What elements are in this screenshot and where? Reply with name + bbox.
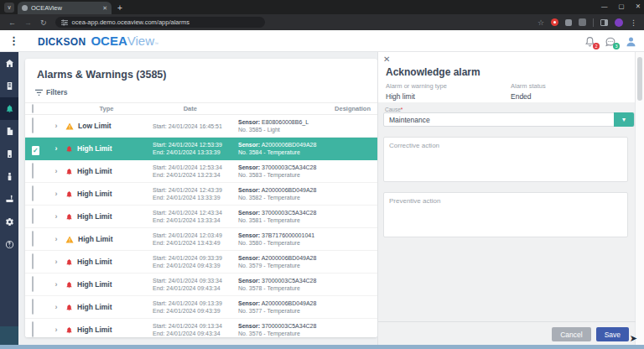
browser-tab[interactable]: OCEAView ✕ [18, 2, 112, 14]
alarm-number: No. 3577 - Temperature [238, 307, 345, 315]
sidebar-item-sensors[interactable] [0, 165, 18, 188]
side-panel-icon[interactable] [600, 19, 608, 26]
profile-avatar-icon[interactable] [615, 18, 623, 27]
expand-row-chevron-icon[interactable]: › [47, 280, 65, 289]
browser-menu-icon[interactable]: ⋮ [630, 18, 637, 27]
sidebar-item-reports[interactable] [0, 120, 18, 143]
row-checkbox[interactable] [32, 321, 34, 337]
window-close-button[interactable]: ✕ [636, 3, 641, 10]
window-minimize-button[interactable]: — [601, 3, 608, 10]
alarm-number: No. 3582 - Temperature [238, 194, 345, 201]
alarm-number: No. 3584 - Temperature [238, 148, 345, 156]
panel-title: Acknowledge alarm [386, 66, 480, 78]
filters-button[interactable]: Filters [35, 88, 377, 96]
expand-row-chevron-icon[interactable]: › [47, 167, 65, 175]
expand-row-chevron-icon[interactable]: › [47, 326, 65, 334]
panel-scrollbar[interactable] [635, 52, 644, 349]
row-checkbox[interactable] [32, 208, 34, 224]
table-row[interactable]: › Low Limit Start: 24/01/2024 16:45:51 S… [25, 115, 377, 138]
sidebar-item-alarms[interactable] [0, 97, 18, 120]
app-header: ⋮ DICKSON OCEA View ™ 2 3 [0, 30, 644, 52]
window-maximize-button[interactable]: ▢ [619, 3, 625, 10]
table-row[interactable]: › High Limit Start: 24/01/2024 12:53:34 … [25, 160, 377, 183]
row-checkbox[interactable] [32, 231, 34, 247]
alarm-end-date: End: 24/01/2024 13:33:39 [153, 148, 238, 156]
messages-badge: 3 [613, 43, 620, 49]
expand-row-chevron-icon[interactable]: › [47, 258, 65, 266]
alarm-type-label: Low Limit [78, 122, 112, 130]
alarm-type-label: High Limit [77, 144, 112, 153]
cancel-button[interactable]: Cancel [552, 327, 590, 341]
extension-icon[interactable] [565, 19, 572, 26]
tab-search-button[interactable]: ∨ [4, 3, 14, 13]
close-icon[interactable]: ✕ [383, 55, 390, 64]
sidebar-item-home[interactable] [0, 52, 18, 75]
expand-row-chevron-icon[interactable]: › [47, 122, 65, 130]
gear-icon [5, 215, 14, 230]
corrective-action-input[interactable] [383, 137, 628, 182]
expand-row-chevron-icon[interactable]: › [47, 212, 65, 221]
cause-select[interactable]: Maintenance ▾ [383, 112, 635, 127]
table-row[interactable]: › High Limit Start: 24/01/2024 09:33:34 … [25, 273, 377, 296]
mouse-cursor: ➤ [630, 333, 637, 344]
expand-row-chevron-icon[interactable]: › [47, 303, 65, 311]
sidebar-item-dataloggers[interactable] [0, 75, 18, 97]
table-row[interactable]: › High Limit Start: 24/01/2024 12:03:49 … [25, 228, 377, 251]
sensor-prefix: Sensor: [238, 164, 260, 170]
brand-ocea: OCEA [91, 34, 127, 48]
select-all-checkbox[interactable] [32, 104, 34, 113]
alarm-number: No. 3583 - Temperature [238, 171, 345, 179]
sidebar-item-gateways[interactable] [0, 188, 18, 211]
bookmark-star-icon[interactable]: ☆ [538, 18, 544, 27]
table-row[interactable]: ✓ › High Limit Start: 24/01/2024 12:53:3… [25, 138, 377, 160]
back-arrow-icon[interactable]: ← [8, 18, 16, 27]
address-bar[interactable]: ocea-app.demo.oceaview.com/app/alarms [55, 17, 265, 28]
preventive-action-input[interactable] [383, 192, 628, 237]
expand-row-chevron-icon[interactable]: › [47, 190, 65, 198]
new-tab-button[interactable]: + [117, 3, 122, 13]
column-type[interactable]: Type [65, 105, 149, 112]
column-date[interactable]: Date [148, 105, 231, 112]
alarm-end-date: End: 24/01/2024 13:23:34 [153, 171, 238, 179]
sidebar-item-devices[interactable] [0, 143, 18, 165]
row-checkbox[interactable] [32, 299, 34, 315]
sidebar-item-help[interactable] [0, 233, 18, 256]
row-checkbox[interactable] [32, 276, 34, 292]
alarm-start-date: Start: 24/01/2024 12:03:49 [153, 232, 238, 239]
row-checkbox[interactable] [32, 253, 34, 269]
row-checkbox[interactable] [32, 185, 34, 201]
table-row[interactable]: › High Limit Start: 24/01/2024 09:13:39 … [25, 296, 377, 319]
table-row[interactable]: › High Limit Start: 24/01/2024 09:13:34 … [25, 319, 377, 337]
alarm-start-date: Start: 24/01/2024 12:53:34 [153, 164, 238, 171]
reload-icon[interactable]: ↻ [40, 18, 47, 27]
table-row[interactable]: › High Limit Start: 24/01/2024 09:33:39 … [25, 251, 377, 273]
row-checkbox[interactable] [32, 117, 34, 133]
table-row[interactable]: › High Limit Start: 24/01/2024 12:43:34 … [25, 206, 377, 228]
expand-row-chevron-icon[interactable]: › [47, 235, 65, 243]
forward-arrow-icon[interactable]: → [24, 18, 32, 27]
sidebar-item-settings[interactable] [0, 211, 18, 233]
row-checkbox[interactable] [32, 163, 34, 179]
warning-triangle-icon [65, 122, 74, 130]
column-designation[interactable]: Designation [335, 105, 377, 112]
notifications-bell-icon[interactable]: 2 [584, 35, 597, 48]
extensions-puzzle-icon[interactable] [579, 18, 586, 26]
sensor-id: 37000003C5A34C28 [262, 210, 316, 216]
user-avatar-icon[interactable] [625, 35, 637, 48]
tab-close-icon[interactable]: ✕ [102, 5, 107, 12]
alarm-type-label: High Limit [77, 167, 112, 175]
messages-chat-icon[interactable]: 3 [605, 35, 617, 48]
row-checkbox[interactable]: ✓ [32, 146, 39, 155]
save-button[interactable]: Save [596, 327, 629, 341]
expand-row-chevron-icon[interactable]: › [47, 144, 65, 153]
notifications-badge: 2 [593, 43, 600, 49]
alarm-bell-icon [65, 258, 73, 266]
site-settings-icon[interactable] [61, 19, 68, 26]
chevron-down-icon[interactable]: ▾ [614, 112, 634, 127]
alarms-card: Alarms & Warnings (3585) Filters Type Da… [25, 59, 377, 337]
record-indicator-icon[interactable] [551, 18, 558, 26]
app-menu-kebab-icon[interactable]: ⋮ [8, 34, 19, 47]
gateway-icon [5, 192, 14, 207]
alarm-start-date: Start: 24/01/2024 09:33:39 [153, 254, 238, 262]
table-row[interactable]: › High Limit Start: 24/01/2024 12:43:39 … [25, 183, 377, 206]
